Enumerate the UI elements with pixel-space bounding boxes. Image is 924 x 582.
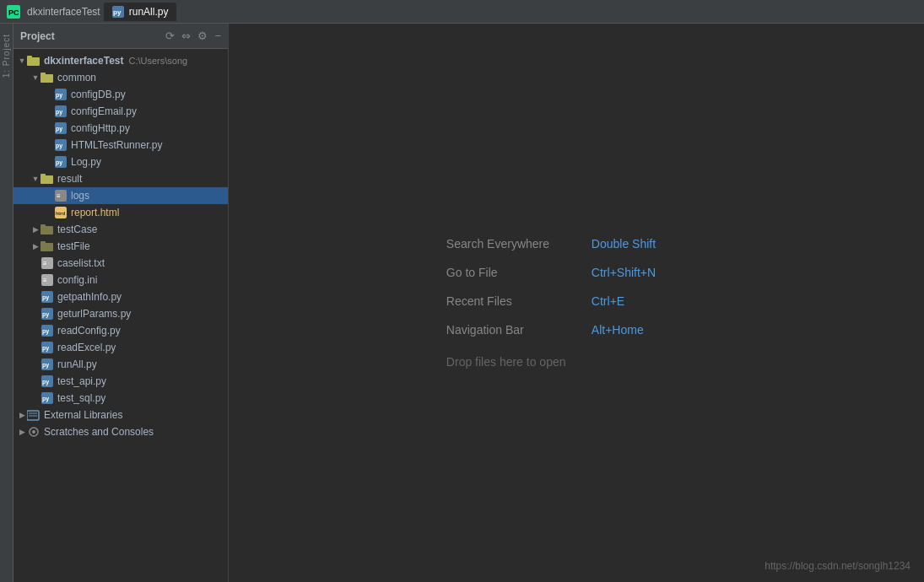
tree-item-report[interactable]: html report.html <box>14 204 228 221</box>
project-tree: dkxinterfaceTest C:\Users\song common py <box>14 49 228 582</box>
py-file-tab-icon: py <box>112 6 124 18</box>
shortcut-navigation-bar: Navigation Bar Alt+Home <box>446 323 656 337</box>
tree-item-configEmail[interactable]: py configEmail.py <box>14 103 228 120</box>
svg-text:py: py <box>42 396 49 402</box>
configDB-icon: py <box>54 88 68 101</box>
tree-item-test_api[interactable]: py test_api.py <box>14 373 228 390</box>
readExcel-icon: py <box>41 341 54 354</box>
tree-item-Log[interactable]: py Log.py <box>14 154 228 170</box>
svg-text:≡: ≡ <box>57 192 61 200</box>
tab-label: runAll.py <box>129 6 169 18</box>
svg-text:py: py <box>113 8 122 16</box>
scratches-icon <box>27 425 41 439</box>
geturlParams-arrow <box>30 309 41 319</box>
main-layout: 1: Project Project ⟳ ⇔ ⚙ − dkxinterfaceT… <box>0 24 924 582</box>
svg-text:py: py <box>56 109 62 116</box>
tree-item-common[interactable]: common <box>14 69 228 86</box>
navigation-bar-key: Alt+Home <box>592 323 644 337</box>
project-toolbar-title: Project <box>20 30 55 42</box>
scratches-expand-arrow <box>17 427 27 437</box>
recent-files-key: Ctrl+E <box>592 294 624 308</box>
test_sql-icon: py <box>41 391 54 405</box>
extlibs-icon <box>27 408 41 422</box>
window-title: dkxinterfaceTest <box>27 6 100 18</box>
tree-item-configHttp[interactable]: py configHttp.py <box>14 120 228 137</box>
tree-item-testCase[interactable]: testCase <box>14 221 228 238</box>
tree-item-getpathInfo[interactable]: py getpathInfo.py <box>14 288 228 305</box>
result-expand-arrow <box>30 174 41 184</box>
svg-rect-7 <box>41 73 46 76</box>
svg-text:py: py <box>56 126 62 132</box>
caselist-label: caselist.txt <box>57 257 105 269</box>
tree-item-scratches[interactable]: Scratches and Consoles <box>14 423 228 440</box>
svg-rect-19 <box>41 174 46 177</box>
getpathInfo-icon: py <box>41 290 54 304</box>
testFile-label: testFile <box>57 240 90 252</box>
svg-rect-27 <box>41 241 46 245</box>
tree-item-configDB[interactable]: py configDB.py <box>14 86 228 103</box>
logs-label: logs <box>71 190 89 202</box>
shortcut-search-everywhere: Search Everywhere Double Shift <box>446 237 656 251</box>
readConfig-icon: py <box>41 324 54 337</box>
project-panel: Project ⟳ ⇔ ⚙ − dkxinterfaceTest C:\User… <box>14 24 229 582</box>
navigation-bar-label: Navigation Bar <box>446 323 581 337</box>
settings-icon[interactable]: ⚙ <box>197 30 208 42</box>
sidebar-strip: 1: Project <box>0 24 14 582</box>
report-icon: html <box>54 206 68 219</box>
search-everywhere-label: Search Everywhere <box>446 237 581 251</box>
test_api-arrow <box>30 376 41 386</box>
sync-icon[interactable]: ⟳ <box>165 30 175 42</box>
tree-item-HTMLTestRunner[interactable]: py HTMLTestRunner.py <box>14 137 228 154</box>
geturlParams-label: geturlParams.py <box>57 308 131 320</box>
config-ini-arrow <box>30 275 41 285</box>
tree-item-logs[interactable]: ≡ logs <box>14 187 228 204</box>
svg-rect-5 <box>27 56 32 59</box>
common-folder-icon <box>41 71 54 84</box>
sidebar-strip-label[interactable]: 1: Project <box>2 34 11 78</box>
readExcel-label: readExcel.py <box>57 342 116 353</box>
minimize-icon[interactable]: − <box>214 30 221 42</box>
tree-item-readConfig[interactable]: py readConfig.py <box>14 322 228 339</box>
tree-root[interactable]: dkxinterfaceTest C:\Users\song <box>14 52 228 69</box>
logs-icon: ≡ <box>54 189 68 202</box>
getpathInfo-label: getpathInfo.py <box>57 291 122 303</box>
tree-item-testFile[interactable]: testFile <box>14 238 228 255</box>
bottom-link: https://blog.csdn.net/songlh1234 <box>765 560 910 572</box>
tree-item-geturlParams[interactable]: py geturlParams.py <box>14 305 228 322</box>
tree-item-runAll[interactable]: py runAll.py <box>14 356 228 373</box>
svg-text:py: py <box>42 328 49 335</box>
svg-rect-25 <box>41 224 46 228</box>
svg-text:PC: PC <box>8 8 19 17</box>
tree-item-config-ini[interactable]: ≡ config.ini <box>14 272 228 288</box>
app-icon: PC <box>7 5 20 19</box>
svg-text:py: py <box>42 362 49 369</box>
tree-item-caselist[interactable]: ≡ caselist.txt <box>14 255 228 272</box>
configHttp-icon: py <box>54 121 68 135</box>
configEmail-label: configEmail.py <box>71 105 137 117</box>
go-to-file-key: Ctrl+Shift+N <box>592 266 656 279</box>
svg-text:py: py <box>56 159 62 166</box>
HTMLTestRunner-label: HTMLTestRunner.py <box>71 139 163 151</box>
collapse-icon[interactable]: ⇔ <box>181 30 191 42</box>
root-folder-icon <box>27 54 41 67</box>
configHttp-arrow <box>44 123 54 133</box>
config-ini-label: config.ini <box>57 274 97 286</box>
testCase-expand-arrow <box>30 224 41 234</box>
search-everywhere-key: Double Shift <box>592 237 656 251</box>
title-bar: PC dkxinterfaceTest py runAll.py <box>0 0 924 24</box>
tree-item-test_sql[interactable]: py test_sql.py <box>14 390 228 407</box>
caselist-icon: ≡ <box>41 256 54 270</box>
result-label: result <box>57 173 82 185</box>
extlibs-expand-arrow <box>17 410 27 420</box>
HTMLTestRunner-icon: py <box>54 138 68 152</box>
tree-item-external-libs[interactable]: External Libraries <box>14 407 228 423</box>
tree-item-readExcel[interactable]: py readExcel.py <box>14 339 228 356</box>
drop-files-label: Drop files here to open <box>446 355 566 369</box>
root-expand-arrow <box>17 56 27 66</box>
svg-text:≡: ≡ <box>43 277 47 284</box>
geturlParams-icon: py <box>41 307 54 321</box>
active-tab[interactable]: py runAll.py <box>104 3 177 21</box>
testFile-folder-icon <box>41 240 54 253</box>
project-toolbar: Project ⟳ ⇔ ⚙ − <box>14 24 228 49</box>
tree-item-result[interactable]: result <box>14 170 228 187</box>
